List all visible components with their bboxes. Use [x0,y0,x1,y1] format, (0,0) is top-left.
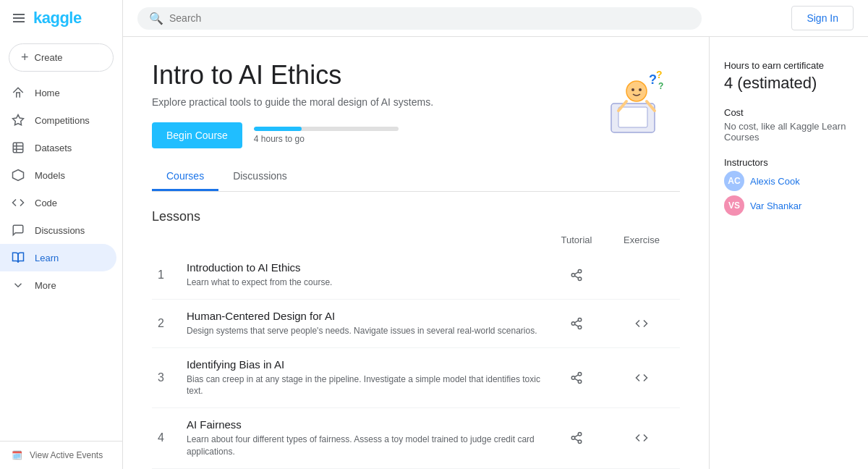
sidebar-item-learn[interactable]: Learn [0,244,116,271]
exercise-button[interactable] [630,426,653,449]
course-actions: Begin Course 4 hours to go [152,122,579,148]
svg-point-25 [578,372,582,376]
hours-label: Hours to earn certificate [724,60,854,71]
instructor-row: AC Alexis Cook [724,171,854,191]
lesson-number: 4 [158,431,187,444]
course-subtitle: Explore practical tools to guide the mor… [152,96,579,108]
course-header-left: Intro to AI Ethics Explore practical too… [152,60,579,148]
progress-bar-outer [254,127,399,131]
hours-section: Hours to earn certificate 4 (estimated) [724,60,854,93]
sidebar-item-more[interactable]: More [0,271,116,299]
hamburger-icon[interactable] [10,11,27,25]
plus-icon: + [21,50,29,65]
svg-point-8 [631,88,634,91]
svg-line-18 [574,276,578,278]
svg-point-22 [578,326,582,329]
sidebar-item-models[interactable]: Models [0,161,116,189]
lesson-number: 3 [158,371,187,384]
instructor-name[interactable]: Var Shankar [750,200,801,211]
progress-label: 4 hours to go [254,134,399,144]
lesson-content: Human-Centered Design for AI Design syst… [187,310,544,337]
table-row: 1 Introduction to AI Ethics Learn what t… [152,251,680,300]
svg-text:?: ? [658,81,663,91]
course-title: Intro to AI Ethics [152,60,579,90]
tutorial-button[interactable] [565,426,588,449]
more-icon [12,279,25,292]
svg-rect-0 [13,143,23,153]
topbar: 🔍 Sign In [123,0,868,37]
nav-label-discussions: Discussions [35,225,85,236]
view-active-events[interactable]: 🗓️ View Active Events [0,441,122,469]
instructors-list: AC Alexis Cook VS Var Shankar [724,171,854,216]
svg-point-27 [578,380,582,384]
competitions-icon [12,114,25,127]
learn-icon [12,251,25,264]
begin-course-button[interactable]: Begin Course [152,122,242,148]
lesson-content: AI Fairness Learn about four different t… [187,418,544,458]
tutorial-button[interactable] [565,366,588,389]
sidebar-item-datasets[interactable]: Datasets [0,134,116,161]
svg-point-7 [626,81,647,101]
svg-line-33 [574,439,578,441]
cost-value: No cost, like all Kaggle Learn Courses [724,121,854,143]
lesson-exercise-col [609,312,674,335]
create-label: Create [35,52,63,63]
avatar: VS [724,195,744,216]
instructor-name[interactable]: Alexis Cook [750,176,800,187]
lessons-heading: Lessons [152,209,680,224]
code-icon [12,196,25,209]
lesson-desc: Learn what to expect from the course. [187,276,544,289]
col-tutorial-label: Tutorial [544,234,609,245]
sidebar-item-home[interactable]: Home [0,79,116,106]
instructors-section: Instructors AC Alexis Cook VS Var Shanka… [724,157,854,220]
tutorial-button[interactable] [565,312,588,335]
exercise-button[interactable] [630,366,653,389]
instructors-label: Instructors [724,157,854,168]
lesson-content: Introduction to AI Ethics Learn what to … [187,261,544,289]
course-content: Intro to AI Ethics Explore practical too… [123,37,709,469]
progress-bar-wrap: 4 hours to go [254,127,399,144]
hours-value: 4 (estimated) [724,74,854,93]
models-icon [12,169,25,182]
svg-line-19 [574,272,578,274]
lesson-desc: Bias can creep in at any stage in the pi… [187,373,544,398]
sidebar-item-discussions[interactable]: Discussions [0,216,116,244]
search-input[interactable] [169,12,690,24]
nav-label-learn: Learn [35,253,59,263]
cost-label: Cost [724,107,854,118]
table-row: 4 AI Fairness Learn about four different… [152,408,680,469]
lesson-number: 1 [158,269,187,282]
lesson-desc: Design systems that serve people's needs… [187,325,544,337]
lesson-desc: Learn about four different types of fair… [187,434,544,458]
sidebar-item-competitions[interactable]: Competitions [0,106,116,134]
nav-label-models: Models [35,170,65,181]
svg-point-30 [578,433,582,436]
discussions-icon [12,224,25,237]
svg-point-20 [578,318,582,321]
lessons-table-header: Tutorial Exercise [152,232,680,248]
lesson-number: 2 [158,317,187,330]
svg-line-28 [574,379,578,381]
kaggle-logo: kaggle [33,9,82,28]
tab-discussions[interactable]: Discussions [218,163,302,191]
sidebar-nav: Home Competitions Datasets Models Code D… [0,79,122,441]
exercise-button[interactable] [630,312,653,335]
create-button[interactable]: + Create [9,43,114,72]
tutorial-button[interactable] [565,263,588,287]
tab-courses[interactable]: Courses [152,163,218,191]
svg-point-16 [571,274,575,277]
svg-rect-6 [618,107,647,127]
table-row: 3 Identifying Bias in AI Bias can creep … [152,348,680,409]
sidebar-item-code[interactable]: Code [0,189,116,216]
tabs: CoursesDiscussions [152,163,680,192]
lessons-section: Lessons Tutorial Exercise 1 Introduction… [152,209,680,469]
sign-in-button[interactable]: Sign In [791,6,854,30]
side-panel: Hours to earn certificate 4 (estimated) … [709,37,868,469]
lesson-title: Human-Centered Design for AI [187,310,544,322]
lesson-title: Identifying Bias in AI [187,358,544,371]
sidebar-header: kaggle [0,0,122,36]
svg-point-32 [578,440,582,444]
svg-line-24 [574,321,578,323]
home-icon [12,86,25,99]
svg-point-15 [578,269,582,273]
